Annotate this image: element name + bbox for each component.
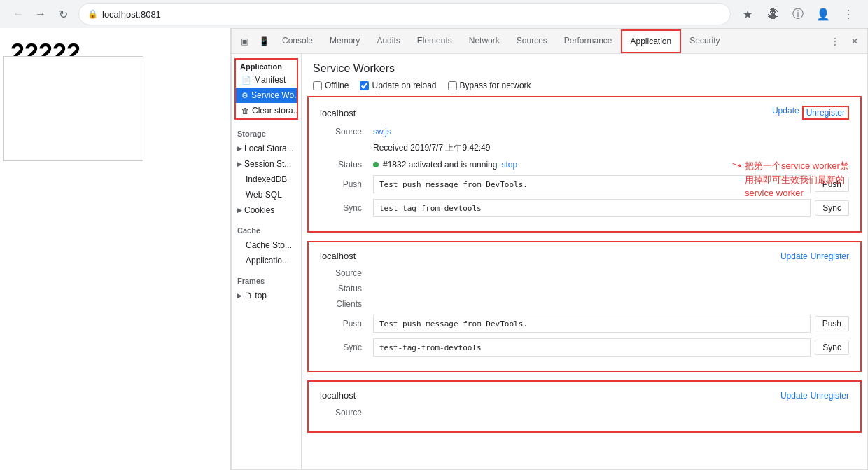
push-label-2: Push — [320, 319, 362, 329]
tab-security[interactable]: Security — [681, 29, 728, 54]
expand-icon: ▶ — [237, 160, 242, 167]
offline-option[interactable]: Offline — [313, 81, 349, 90]
sync-button-1[interactable]: Sync — [815, 200, 849, 216]
sw-source-row-1: Source sw.js — [320, 127, 849, 137]
status-dot-1 — [373, 162, 379, 167]
sidebar-item-cookies[interactable]: ▶ Cookies — [232, 202, 301, 218]
update-link-1[interactable]: Update — [772, 106, 799, 120]
sidebar-item-top[interactable]: ▶ 🗋 top — [232, 288, 301, 303]
sw-title: Service Workers — [313, 62, 856, 75]
tab-elements[interactable]: Elements — [409, 29, 461, 54]
tab-sources[interactable]: Sources — [508, 29, 556, 54]
update-on-reload-option[interactable]: Update on reload — [360, 81, 436, 90]
bookmark-button[interactable]: ★ — [736, 3, 759, 25]
update-on-reload-checkbox[interactable] — [360, 81, 369, 90]
menu-button[interactable]: ⋮ — [837, 3, 860, 25]
close-devtools-icon[interactable]: ✕ — [845, 32, 864, 51]
unregister-link-1[interactable]: Unregister — [802, 106, 849, 120]
tab-performance[interactable]: Performance — [556, 29, 621, 54]
sw-header: Service Workers Offline Update on reload — [302, 54, 867, 96]
sidebar-item-web-sql[interactable]: Web SQL — [232, 187, 301, 202]
source-link-1[interactable]: sw.js — [373, 127, 391, 137]
sw-push-row-2: Push Push — [320, 315, 849, 333]
sw-sync-row-2: Sync Sync — [320, 338, 849, 357]
sidebar-item-cache-storage[interactable]: Cache Sto... — [232, 237, 301, 253]
clients-label-2: Clients — [320, 299, 362, 309]
manifest-icon: 📄 — [241, 76, 251, 85]
offline-label: Offline — [325, 81, 349, 90]
sw-card-1-host: localhost — [320, 108, 356, 118]
devtools-tab-icons: ⋮ ✕ — [825, 32, 864, 51]
back-button[interactable]: ← — [8, 4, 28, 24]
sidebar-item-session-storage[interactable]: ▶ Session St... — [232, 156, 301, 172]
manifest-label: Manifest — [254, 75, 286, 85]
source-value-1: sw.js — [373, 127, 391, 137]
sidebar-item-manifest[interactable]: 📄 Manifest — [236, 72, 297, 88]
push-input-2[interactable] — [373, 315, 811, 333]
cache-section: Cache Cache Sto... Applicatio... — [232, 221, 301, 268]
devtools-main-wrapper: Service Workers Offline Update on reload — [302, 54, 867, 433]
page-preview — [4, 56, 144, 161]
user-button[interactable]: 👤 — [812, 3, 834, 25]
sidebar-item-application-cache[interactable]: Applicatio... — [232, 253, 301, 268]
expand-icon: ▶ — [237, 145, 242, 152]
sidebar-item-service-workers[interactable]: ⚙ Service Wo... — [236, 88, 297, 103]
unregister-link-2[interactable]: Unregister — [811, 251, 849, 261]
sync-input-1[interactable] — [373, 199, 811, 217]
bypass-for-network-option[interactable]: Bypass for network — [448, 81, 531, 90]
application-cache-label: Applicatio... — [246, 256, 289, 265]
stop-link-1[interactable]: stop — [501, 160, 517, 170]
sync-input-2[interactable] — [373, 338, 811, 357]
cookies-label: Cookies — [244, 205, 274, 215]
sidebar-item-local-storage[interactable]: ▶ Local Stora... — [232, 141, 301, 156]
cache-storage-label: Cache Sto... — [246, 240, 292, 250]
storage-section: Storage ▶ Local Stora... ▶ Session St...… — [232, 121, 301, 221]
application-section-label: Application — [236, 60, 297, 72]
sw-source-row-2: Source — [320, 268, 849, 278]
sidebar-item-clear-storage[interactable]: 🗑 Clear stora... — [236, 103, 297, 118]
browser-toolbar: ← → ↻ 🔒 localhost:8081 ★ ⛇ ⓘ 👤 ⋮ — [0, 0, 868, 28]
forward-button[interactable]: → — [31, 4, 50, 24]
devtools-panel: ▣ 📱 Console Memory Audits Elements Netwo… — [231, 28, 868, 470]
more-options-icon[interactable]: ⋮ — [825, 32, 845, 51]
address-bar[interactable]: 🔒 localhost:8081 — [78, 3, 731, 25]
tab-audits[interactable]: Audits — [368, 29, 408, 54]
help-button[interactable]: ⓘ — [787, 3, 809, 25]
tab-console[interactable]: Console — [274, 29, 321, 54]
sync-label-1: Sync — [320, 203, 362, 213]
tab-network[interactable]: Network — [461, 29, 508, 54]
update-on-reload-label: Update on reload — [372, 81, 436, 90]
sw-card-3: localhost Update Unregister Source — [307, 380, 862, 433]
offline-checkbox[interactable] — [313, 81, 322, 90]
bypass-for-network-checkbox[interactable] — [448, 81, 457, 90]
source-label-2: Source — [320, 268, 362, 278]
update-link-2[interactable]: Update — [780, 251, 808, 261]
unregister-link-3[interactable]: Unregister — [811, 391, 849, 401]
status-value-1: #1832 activated and is running stop — [373, 160, 517, 170]
main-page: 22222 — [0, 28, 231, 470]
sw-status-row-2: Status — [320, 284, 849, 293]
status-text-1: #1832 activated and is running — [383, 160, 497, 170]
extension-button[interactable]: ⛇ — [762, 3, 784, 25]
device-icon[interactable]: 📱 — [254, 32, 274, 51]
sync-button-2[interactable]: Sync — [815, 340, 849, 355]
push-button-2[interactable]: Push — [815, 316, 849, 331]
refresh-button[interactable]: ↻ — [53, 4, 73, 24]
sw-card-3-actions: Update Unregister — [780, 391, 849, 401]
tab-application[interactable]: Application — [621, 29, 682, 53]
source-label-3: Source — [320, 408, 362, 417]
sw-card-1-actions: Update Unregister — [772, 106, 849, 120]
sw-received-row-1: Received 2019/7/7 上午9:42:49 — [320, 142, 849, 154]
top-frame-label: 🗋 top — [244, 291, 267, 300]
push-label-1: Push — [320, 179, 362, 189]
sw-sync-row-1: Sync Sync — [320, 199, 849, 217]
sidebar-item-indexeddb[interactable]: IndexedDB — [232, 172, 301, 187]
inspect-icon[interactable]: ▣ — [234, 32, 254, 51]
service-workers-icon: ⚙ — [241, 91, 248, 100]
page-area: 22222 ▣ 📱 Console Memory Audits Elements… — [0, 28, 868, 470]
tab-memory[interactable]: Memory — [321, 29, 368, 54]
nav-buttons: ← → ↻ — [8, 4, 73, 24]
sw-card-1-header: localhost Update Unregister — [320, 106, 849, 120]
update-link-3[interactable]: Update — [780, 391, 808, 401]
indexeddb-label: IndexedDB — [246, 174, 287, 184]
